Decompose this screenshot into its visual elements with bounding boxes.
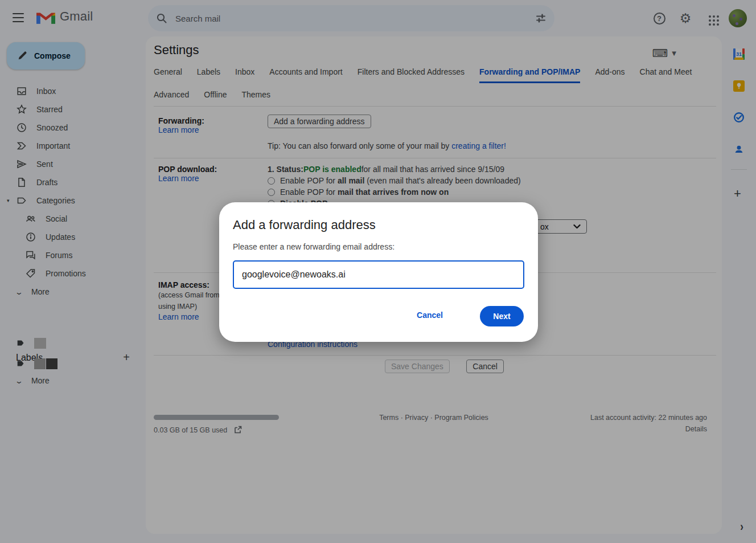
add-forwarding-address-dialog: Add a forwarding address Please enter a … <box>219 202 538 342</box>
dialog-title: Add a forwarding address <box>233 218 376 232</box>
dialog-cancel-button[interactable]: Cancel <box>417 311 443 320</box>
dialog-next-button[interactable]: Next <box>480 306 524 326</box>
gmail-app: Gmail ? ⚙ Compose <box>0 0 756 543</box>
dialog-prompt: Please enter a new forwarding email addr… <box>233 242 395 251</box>
forwarding-email-input[interactable] <box>233 260 524 289</box>
